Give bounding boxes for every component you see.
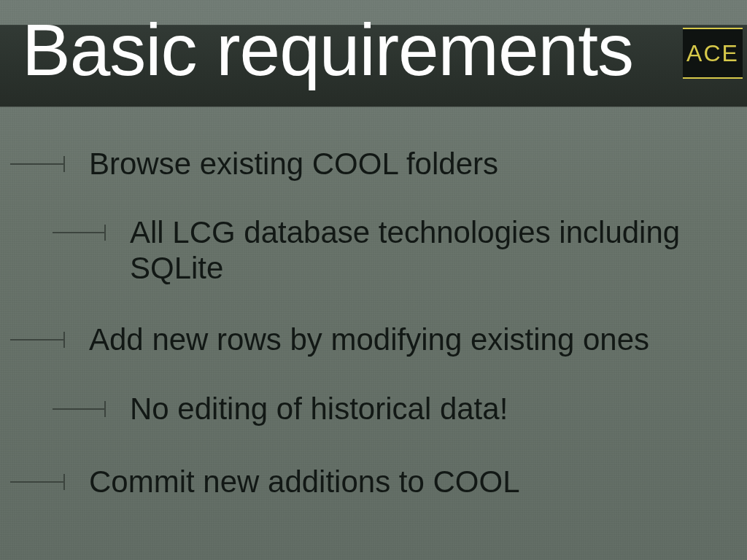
slide-body: Browse existing COOL folders All LCG dat…	[0, 146, 747, 499]
ace-badge-label: ACE	[686, 40, 739, 67]
bullet-text: Add new rows by modifying existing ones	[89, 322, 649, 357]
bullet-marker-icon	[10, 474, 64, 491]
bullet-marker-icon	[10, 332, 64, 349]
bullet-level1: Add new rows by modifying existing ones	[0, 322, 747, 358]
bullet-level2: All LCG database technologies including …	[0, 214, 747, 287]
slide-title: Basic requirements	[22, 13, 633, 86]
bullet-level1: Browse existing COOL folders	[0, 146, 747, 182]
bullet-marker-icon	[53, 401, 105, 419]
bullet-text: Browse existing COOL folders	[89, 147, 498, 181]
ace-badge: ACE	[683, 28, 743, 79]
bullet-text: Commit new additions to COOL	[89, 464, 520, 499]
bullet-text: No editing of historical data!	[130, 392, 508, 426]
bullet-text: All LCG database technologies including …	[130, 215, 680, 286]
bullet-level1: Commit new additions to COOL	[0, 464, 747, 500]
bullet-marker-icon	[10, 156, 64, 174]
bullet-level2: No editing of historical data!	[0, 391, 747, 427]
bullet-marker-icon	[53, 225, 105, 242]
